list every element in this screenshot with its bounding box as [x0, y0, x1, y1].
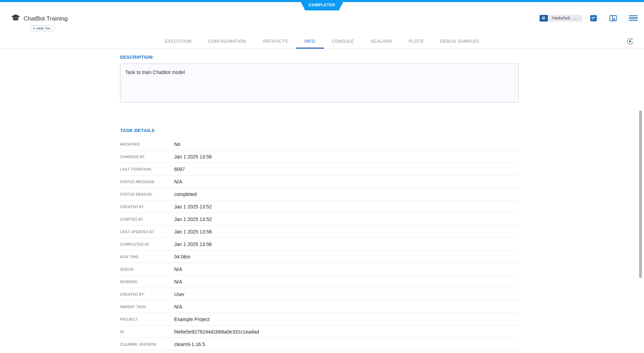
detail-value: N/A [174, 279, 182, 285]
detail-value: Example Project [174, 317, 210, 322]
tab-plots[interactable]: PLOTS [400, 34, 432, 48]
tab-debug-samples[interactable]: DEBUG SAMPLES [432, 34, 488, 48]
detail-label: CLEARML VERSION [120, 342, 174, 346]
tab-execution[interactable]: EXECUTION [156, 34, 200, 48]
plus-icon: + [33, 26, 35, 31]
tab-bar: EXECUTION CONFIGURATION ARTIFACTS INFO C… [0, 34, 644, 48]
detail-row: COMPLETED AT: Jan 1 2025 13:56 [120, 238, 519, 251]
detail-value: 04:06m [174, 254, 190, 260]
info-tab-content: DESCRIPTION: Task to train ChatBot model… [120, 49, 519, 351]
add-tag-label: ADD TAG [36, 26, 52, 30]
detail-value: Jan 1 2025 13:56 [174, 241, 212, 247]
detail-row: RUN TIME: 04:06m [120, 251, 519, 263]
detail-value: clearml-1.16.5 [174, 342, 205, 347]
detail-label: ID: [120, 330, 174, 334]
detail-row: ARCHIVED: No [120, 138, 519, 150]
task-notes-icon[interactable] [590, 15, 597, 22]
task-id-group: ID f4e6e5e9 ... [540, 15, 582, 22]
split-view-icon[interactable] [609, 15, 617, 22]
detail-row: STATUS MESSAGE: N/A [120, 175, 519, 188]
detail-row: WORKER: N/A [120, 276, 519, 288]
auto-refresh-button[interactable] [626, 37, 634, 46]
detail-value: Jan 1 2025 13:52 [174, 216, 212, 222]
tab-info[interactable]: INFO [296, 34, 323, 48]
detail-label: STATUS MESSAGE: [120, 180, 174, 184]
detail-label: LAST UPDATED AT: [120, 230, 174, 234]
detail-row: CHANGED AT: Jan 1 2025 13:56 [120, 150, 519, 163]
detail-label: CREATED AT: [120, 205, 174, 209]
task-details-title: TASK DETAILS [120, 128, 519, 133]
detail-label: ARCHIVED: [120, 142, 174, 146]
detail-row: PROJECT: Example Project [120, 313, 519, 326]
header-controls: ID f4e6e5e9 ... [540, 14, 638, 22]
detail-label: COMPLETED AT: [120, 242, 174, 246]
task-details-table: ARCHIVED: No CHANGED AT: Jan 1 2025 13:5… [120, 138, 519, 351]
detail-label: STATUS REASON: [120, 192, 174, 196]
task-id-pill[interactable]: f4e6e5e9 ... [549, 15, 582, 22]
detail-label: PARENT TASK: [120, 305, 174, 309]
detail-row: STARTED AT: Jan 1 2025 13:52 [120, 213, 519, 225]
detail-value: N/A [174, 179, 182, 184]
description-label: DESCRIPTION: [120, 55, 519, 60]
detail-row: QUEUE: N/A [120, 263, 519, 276]
detail-value: User [174, 292, 185, 297]
detail-label: PROJECT: [120, 317, 174, 321]
detail-label: STARTED AT: [120, 217, 174, 221]
detail-value: N/A [174, 266, 182, 272]
tab-scalars[interactable]: SCALARS [362, 34, 400, 48]
detail-value: f4e6e5e9276244d1b66a0e331c1eadad [174, 329, 259, 335]
detail-label: CREATED BY: [120, 292, 174, 296]
detail-label: RUN TIME: [120, 255, 174, 259]
tab-console[interactable]: CONSOLE [324, 34, 363, 48]
detail-row: CLEARML VERSION clearml-1.16.5 [120, 338, 519, 351]
detail-label: CHANGED AT: [120, 155, 174, 159]
detail-label: QUEUE: [120, 267, 174, 271]
detail-value: N/A [174, 304, 182, 310]
detail-value: Jan 1 2025 13:52 [174, 204, 212, 210]
add-tag-button[interactable]: + ADD TAG [29, 25, 53, 31]
detail-row: LAST ITERATION: 6097 [120, 163, 519, 175]
detail-row: CREATED AT: Jan 1 2025 13:52 [120, 200, 519, 213]
description-textarea[interactable]: Task to train ChatBot model [120, 64, 519, 102]
scrollbar-thumb[interactable] [639, 110, 642, 278]
id-chip: ID [540, 15, 548, 22]
page-title: ChatBot Training [24, 15, 68, 22]
detail-label: WORKER: [120, 280, 174, 284]
detail-row: STATUS REASON: completed [120, 188, 519, 200]
task-type-icon [11, 13, 20, 23]
detail-row: PARENT TASK: N/A [120, 301, 519, 313]
detail-label: LAST ITERATION: [120, 167, 174, 171]
detail-row: LAST UPDATED AT: Jan 1 2025 13:56 [120, 225, 519, 238]
detail-row: ID: f4e6e5e9276244d1b66a0e331c1eadad [120, 326, 519, 338]
tab-artifacts[interactable]: ARTIFACTS [254, 34, 296, 48]
menu-icon[interactable] [629, 15, 638, 21]
detail-value: completed [174, 191, 197, 197]
menu-bars [629, 15, 638, 21]
detail-value: Jan 1 2025 13:56 [174, 229, 212, 235]
detail-value: No [174, 141, 180, 147]
detail-value: Jan 1 2025 13:56 [174, 154, 212, 159]
detail-row: CREATED BY: User [120, 288, 519, 301]
tab-configuration[interactable]: CONFIGURATION [200, 34, 254, 48]
status-badge: COMPLETED [300, 0, 344, 10]
detail-value: 6097 [174, 166, 185, 172]
